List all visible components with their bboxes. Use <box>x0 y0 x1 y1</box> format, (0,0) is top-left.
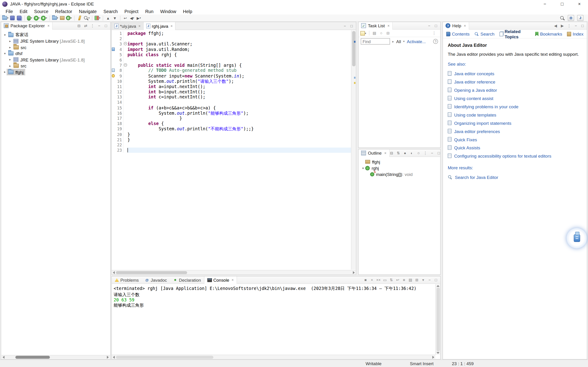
line-number[interactable]: 21 <box>115 137 123 142</box>
marker-column[interactable] <box>112 132 115 137</box>
tab-javadoc[interactable]: @Javadoc <box>142 276 170 284</box>
collapse-all-icon[interactable]: ⊟ <box>389 151 394 155</box>
tab-console[interactable]: Console× <box>204 276 237 284</box>
marker-column[interactable] <box>112 89 115 94</box>
outline-item[interactable]: ▾rghj <box>359 165 440 171</box>
minimize-view-icon[interactable]: − <box>574 24 578 28</box>
help-link[interactable]: Quick Assists <box>454 145 480 150</box>
code-text[interactable]: } <box>128 137 351 142</box>
new-wizard-icon[interactable]: ▾ <box>2 15 9 21</box>
new-task-icon[interactable]: ▾ <box>360 30 366 36</box>
line-number[interactable]: 10 <box>115 78 123 84</box>
editor-tab-rghj-java[interactable]: Jrghj.java× <box>144 22 176 30</box>
fold-column[interactable] <box>123 94 128 100</box>
line-number[interactable]: 22 <box>115 142 123 148</box>
tree-item[interactable]: ▸JRE System Library [JavaSE-1.8] <box>1 57 110 63</box>
line-number[interactable]: 7 <box>115 63 123 68</box>
code-text[interactable] <box>128 100 351 105</box>
code-line[interactable]: 21} <box>112 137 351 142</box>
view-menu-icon[interactable]: ⋮ <box>90 24 95 28</box>
scrollbar-thumb[interactable] <box>116 271 187 274</box>
help-tab-search[interactable]: Search <box>475 31 494 36</box>
package-explorer-hscrollbar[interactable] <box>2 355 110 359</box>
fold-column[interactable] <box>123 116 128 121</box>
menu-search[interactable]: Search <box>100 9 121 14</box>
expander-icon[interactable]: ▸ <box>8 39 12 43</box>
close-view-icon[interactable]: × <box>48 24 50 28</box>
line-number[interactable]: 5 <box>115 52 123 57</box>
outline-item[interactable]: main(String[]) : void <box>359 171 440 177</box>
marker-column[interactable] <box>112 148 115 153</box>
help-link[interactable]: Java editor concepts <box>454 71 494 76</box>
code-line[interactable]: 22 <box>112 142 351 148</box>
code-line[interactable]: 17 } <box>112 116 351 121</box>
new-java-project-icon[interactable]: ▾ <box>52 15 58 21</box>
open-console-caret-icon[interactable]: ▾ <box>421 278 425 282</box>
marker-column[interactable] <box>112 47 115 52</box>
run-icon[interactable]: ▾ <box>34 15 40 21</box>
fold-column[interactable] <box>123 121 128 126</box>
minimize-view-icon[interactable]: − <box>427 278 432 282</box>
code-line[interactable]: 13 int c=input.nextInt(); <box>112 94 351 100</box>
collapse-all-icon[interactable]: ⊟ <box>77 24 81 28</box>
activate-link[interactable]: Activate... <box>407 39 426 44</box>
code-text[interactable]: import java.util.Random; <box>128 47 351 52</box>
code-text[interactable]: int b=input.nextInt(); <box>128 89 351 94</box>
close-view-icon[interactable]: × <box>384 151 387 155</box>
scroll-down-icon[interactable] <box>436 352 439 354</box>
line-number[interactable]: 18 <box>115 121 123 126</box>
line-number[interactable]: 17 <box>115 116 123 121</box>
code-line[interactable]: 14 <box>112 100 351 105</box>
tree-item[interactable]: ▸src <box>1 63 110 69</box>
maximize-view-icon[interactable]: □ <box>580 24 585 28</box>
previous-annotation-icon[interactable]: ▲ <box>105 15 111 21</box>
search-for-java-editor-link[interactable]: Search for Java Editor <box>455 175 498 180</box>
code-text[interactable]: } <box>128 132 351 137</box>
line-number[interactable]: 1 <box>115 31 123 36</box>
code-text[interactable] <box>128 57 351 63</box>
close-button[interactable]: × <box>571 0 588 8</box>
fold-collapse-icon[interactable]: − <box>124 63 127 67</box>
code-line[interactable]: 11 int a=input.nextInt(); <box>112 84 351 89</box>
hide-fields-icon[interactable]: ● <box>403 151 407 155</box>
close-view-icon[interactable]: × <box>388 24 390 28</box>
maximize-view-icon[interactable]: □ <box>434 24 438 28</box>
hide-static-members-icon[interactable]: ◐ <box>410 151 414 155</box>
code-text[interactable]: import java.util.Scanner; <box>128 41 351 47</box>
help-link[interactable]: Using content assist <box>454 96 493 100</box>
open-console-icon[interactable]: ⊞ <box>415 278 419 282</box>
fold-column[interactable] <box>123 47 128 52</box>
marker-column[interactable] <box>112 31 115 36</box>
code-text[interactable]: package ffghj; <box>128 31 351 36</box>
scroll-left-icon[interactable] <box>113 271 115 274</box>
scroll-right-icon[interactable] <box>353 271 355 274</box>
code-text[interactable]: Scanner input=new Scanner(System.in); <box>128 73 351 78</box>
code-line[interactable]: 3−import java.util.Scanner; <box>112 41 351 47</box>
code-text[interactable]: } <box>128 116 351 121</box>
help-link[interactable]: Quick Fixes <box>454 137 477 142</box>
outline-tab[interactable]: Outline × <box>359 149 389 157</box>
marker-column[interactable] <box>112 73 115 78</box>
menu-project[interactable]: Project <box>121 9 142 14</box>
minimize-button[interactable]: − <box>536 0 553 8</box>
code-line[interactable]: 20} <box>112 132 351 137</box>
marker-column[interactable] <box>112 105 115 110</box>
terminate-icon[interactable]: ■ <box>363 278 368 282</box>
code-text[interactable]: System.out.println("不能构成三角形");;} <box>128 126 351 132</box>
close-tab-icon[interactable]: × <box>232 278 234 282</box>
scroll-right-icon[interactable] <box>432 356 434 359</box>
expander-icon[interactable]: ▸ <box>8 58 12 61</box>
marker-column[interactable] <box>112 63 115 68</box>
help-back-icon[interactable]: ◀ <box>553 24 558 28</box>
line-number[interactable]: 15 <box>115 105 123 110</box>
minimize-view-icon[interactable]: − <box>430 151 434 155</box>
line-number[interactable]: 8 <box>115 68 123 73</box>
new-class-icon[interactable]: C▾ <box>66 15 72 21</box>
marker-column[interactable] <box>112 137 115 142</box>
maximize-view-icon[interactable]: □ <box>104 24 108 28</box>
code-line[interactable]: 8 // TODO Auto-generated method stub <box>112 68 351 73</box>
line-number[interactable]: 11 <box>115 84 123 89</box>
filter-completed-icon[interactable]: ○ <box>379 31 384 35</box>
fold-column[interactable] <box>123 84 128 89</box>
line-number[interactable]: 12 <box>115 89 123 94</box>
